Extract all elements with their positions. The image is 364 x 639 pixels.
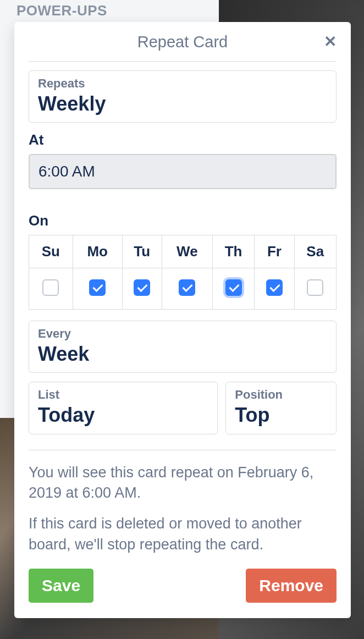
every-value: Week [38, 343, 89, 365]
popover-header: Repeat Card ✕ [29, 22, 337, 62]
sidebar-section-header: POWER-UPS [16, 2, 107, 19]
day-header: Fr [255, 235, 294, 268]
close-icon[interactable]: ✕ [324, 34, 337, 49]
day-header: Sa [294, 235, 337, 268]
days-table: SuMoTuWeThFrSa [29, 235, 337, 310]
day-cell [255, 268, 294, 310]
day-cell [162, 268, 212, 310]
day-cell [294, 268, 337, 310]
delete-warning-info: If this card is deleted or moved to anot… [29, 514, 337, 555]
day-checkbox-tu[interactable] [134, 279, 150, 296]
save-button[interactable]: Save [29, 569, 93, 603]
repeats-label: Repeats [38, 76, 327, 91]
day-cell [212, 268, 254, 310]
day-checkbox-th[interactable] [225, 279, 242, 296]
repeat-card-popover: Repeat Card ✕ Repeats Weekly At On SuMoT… [14, 22, 351, 618]
list-select[interactable]: List Today [29, 382, 218, 434]
day-checkbox-fr[interactable] [266, 279, 283, 296]
day-header: We [162, 235, 212, 268]
every-select[interactable]: Every Week [29, 321, 337, 373]
day-cell [29, 268, 73, 310]
position-value: Top [235, 404, 269, 426]
day-header: Mo [73, 235, 122, 268]
divider [29, 450, 337, 450]
every-label: Every [38, 327, 327, 341]
position-label: Position [235, 388, 327, 402]
remove-button[interactable]: Remove [246, 569, 337, 603]
time-input[interactable] [29, 154, 337, 189]
popover-title: Repeat Card [137, 33, 228, 51]
day-checkbox-sa[interactable] [307, 279, 323, 296]
day-header: Tu [122, 235, 162, 268]
day-header: Th [212, 235, 254, 268]
day-checkbox-mo[interactable] [89, 279, 106, 296]
list-value: Today [38, 404, 95, 426]
day-checkbox-su[interactable] [42, 279, 59, 296]
day-header: Su [29, 235, 73, 268]
day-checkbox-we[interactable] [179, 279, 195, 296]
position-select[interactable]: Position Top [225, 382, 337, 434]
list-label: List [38, 388, 208, 402]
repeats-select[interactable]: Repeats Weekly [29, 70, 337, 123]
next-repeat-info: You will see this card repeat on Februar… [29, 462, 337, 504]
day-cell [73, 268, 122, 310]
repeats-value: Weekly [38, 92, 106, 115]
at-label: At [29, 131, 337, 148]
on-label: On [29, 212, 337, 229]
day-cell [122, 268, 162, 310]
button-row: Save Remove [29, 569, 337, 603]
